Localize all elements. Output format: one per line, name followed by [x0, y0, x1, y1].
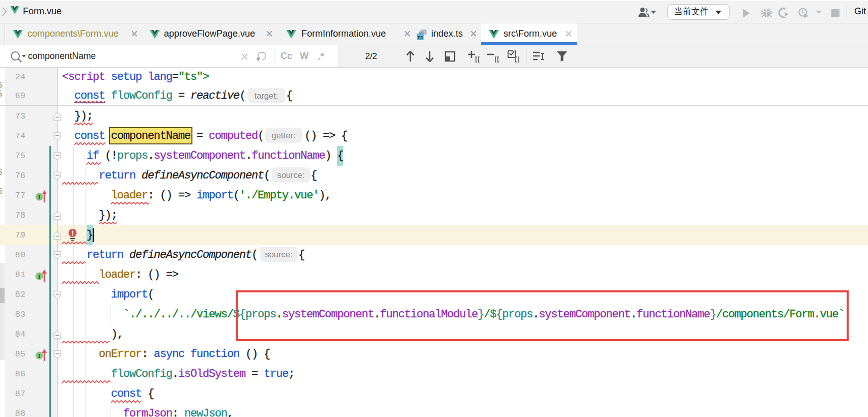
- svg-text:I: I: [38, 273, 40, 280]
- svg-text:I: I: [38, 193, 40, 201]
- svg-text:TS: TS: [417, 35, 424, 40]
- svg-text:I: I: [38, 352, 40, 360]
